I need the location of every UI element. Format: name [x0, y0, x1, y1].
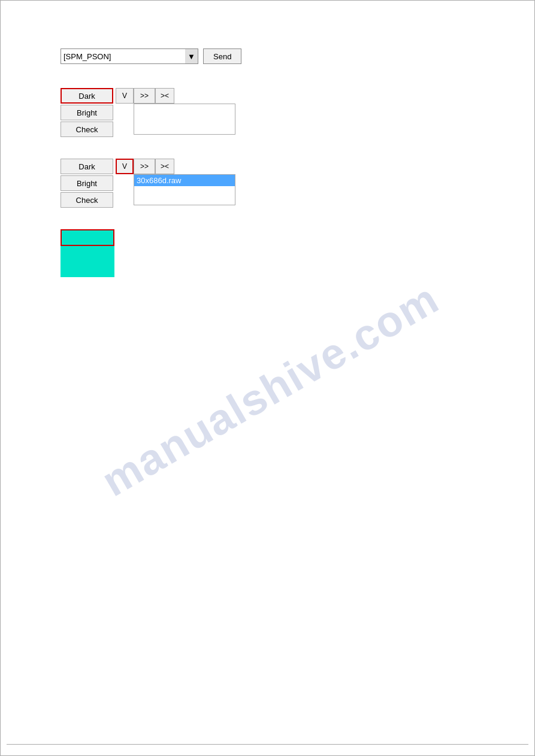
arrow-button-1[interactable]: >> [134, 88, 155, 104]
btn-group-2: Dark Bright Check [61, 159, 113, 208]
panel-controls-2: V>>>< 30x686d.raw [116, 159, 235, 205]
collapse-button-2[interactable]: >< [155, 159, 174, 174]
content-area: [SPM_PSON] ▼ Send Dark Bright Check V>>>… [13, 13, 522, 313]
color-box-bottom [61, 246, 114, 277]
file-list-2[interactable]: 30x686d.raw [134, 174, 235, 205]
color-box-top [61, 229, 114, 246]
file-list-1 [134, 104, 235, 135]
btn-group-1: Dark Bright Check [61, 88, 113, 137]
panel-controls-1: V>>>< [116, 88, 235, 135]
panel-section-2: Dark Bright Check V>>>< 30x686d.raw [61, 159, 474, 208]
v-button-1[interactable]: V [116, 88, 134, 104]
check-button-2[interactable]: Check [61, 192, 113, 208]
send-button[interactable]: Send [203, 48, 241, 64]
collapse-button-1[interactable]: >< [155, 88, 174, 104]
page-bottom-divider [7, 744, 528, 745]
bright-button-1[interactable]: Bright [61, 105, 113, 120]
check-button-1[interactable]: Check [61, 122, 113, 137]
page: manualshive.com [SPM_PSON] ▼ Send Dark B… [0, 0, 535, 756]
arrow-button-2[interactable]: >> [134, 159, 155, 174]
color-box-section [61, 229, 474, 277]
v-button-2[interactable]: V [116, 159, 134, 174]
dropdown-wrapper: [SPM_PSON] ▼ [61, 48, 198, 64]
spm-pson-dropdown[interactable]: [SPM_PSON] [61, 48, 198, 64]
file-list-item[interactable]: 30x686d.raw [134, 175, 235, 186]
dark-button-1[interactable]: Dark [61, 88, 113, 104]
bright-button-2[interactable]: Bright [61, 175, 113, 191]
dark-button-2[interactable]: Dark [61, 159, 113, 174]
top-row: [SPM_PSON] ▼ Send [61, 48, 474, 64]
panel-section-1: Dark Bright Check V>>>< [61, 88, 474, 137]
